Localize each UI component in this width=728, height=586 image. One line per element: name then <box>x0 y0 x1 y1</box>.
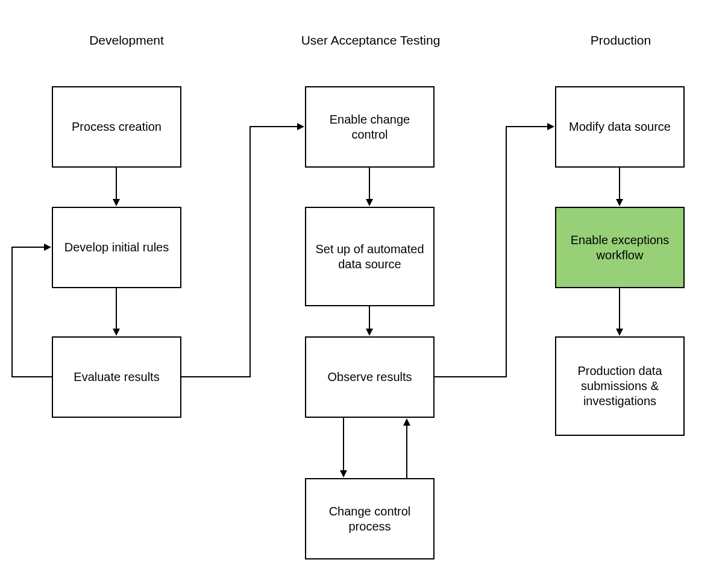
node-label: Observe results <box>327 370 412 385</box>
node-evaluate-results: Evaluate results <box>52 336 181 418</box>
node-label: Production data submissions & investigat… <box>560 364 680 409</box>
node-enable-change-control: Enable change control <box>305 86 435 168</box>
flowchart-stage: Development User Acceptance Testing Prod… <box>0 0 728 586</box>
node-production-data-submissions: Production data submissions & investigat… <box>555 336 685 436</box>
node-label: Change control process <box>310 504 430 534</box>
node-label: Set up of automated data source <box>310 242 430 272</box>
node-setup-automated-data-source: Set up of automated data source <box>305 207 435 306</box>
node-label: Enable change control <box>310 112 430 142</box>
node-process-creation: Process creation <box>52 86 181 168</box>
node-label: Modify data source <box>569 119 671 134</box>
node-develop-initial-rules: Develop initial rules <box>52 207 181 288</box>
heading-uat: User Acceptance Testing <box>286 33 455 48</box>
node-label: Evaluate results <box>74 370 159 385</box>
node-observe-results: Observe results <box>305 336 435 418</box>
node-label: Develop initial rules <box>64 240 169 255</box>
node-label: Process creation <box>72 119 162 134</box>
heading-development: Development <box>72 33 181 48</box>
heading-production: Production <box>573 33 669 48</box>
node-label: Enable exceptions workflow <box>560 233 680 263</box>
node-change-control-process: Change control process <box>305 478 435 559</box>
node-modify-data-source: Modify data source <box>555 86 685 168</box>
node-enable-exceptions-workflow: Enable exceptions workflow <box>555 207 685 288</box>
